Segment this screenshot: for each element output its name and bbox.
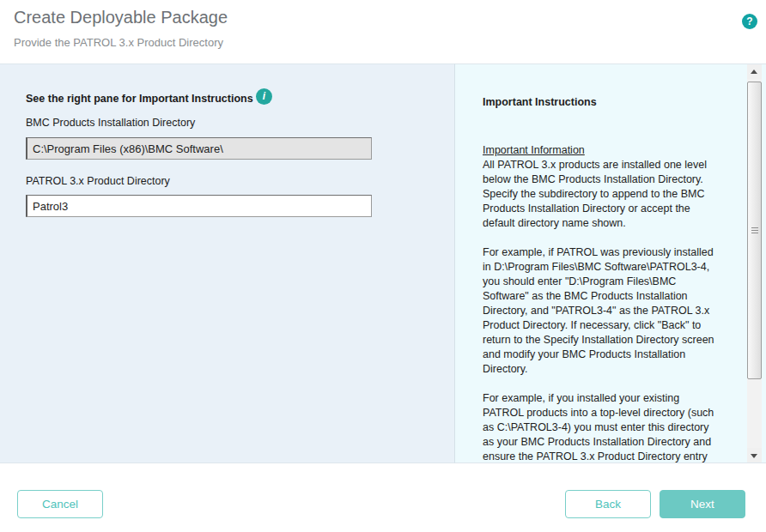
scroll-up-button[interactable] [747,64,762,79]
instructions-pane: Important Instructions Important Informa… [454,63,766,463]
wizard-footer: Cancel Back Next [0,463,766,532]
next-button[interactable]: Next [660,490,745,518]
info-icon[interactable]: i [256,88,272,105]
patrol-directory-label: PATROL 3.x Product Directory [26,175,170,187]
instructions-heading: Important Instructions [483,95,759,110]
scroll-down-button[interactable] [747,448,762,462]
instruction-note: See the right pane for Important Instruc… [26,93,253,105]
bmc-directory-label: BMC Products Installation Directory [26,117,195,129]
wizard-window: Create Deployable Package Provide the PA… [0,0,766,532]
cancel-button[interactable]: Cancel [17,490,103,518]
arrow-up-icon [751,70,757,74]
help-icon[interactable]: ? [742,14,757,29]
instructions-content: Important Instructions Important Informa… [483,95,759,463]
scrollbar-grip-icon [751,227,758,233]
page-subtitle: Provide the PATROL 3.x Product Directory [14,36,223,49]
vertical-scrollbar[interactable] [747,64,762,462]
page-title: Create Deployable Package [14,8,228,27]
instructions-paragraph: For example, if you installed your exist… [483,391,759,463]
patrol-directory-field[interactable] [26,195,372,217]
back-button[interactable]: Back [565,490,651,518]
bmc-directory-field[interactable] [26,137,372,160]
wizard-header: Create Deployable Package Provide the PA… [0,0,766,63]
instructions-paragraph: All PATROL 3.x products are installed on… [483,158,759,231]
scrollbar-thumb[interactable] [747,82,762,379]
important-information-heading: Important Information [483,143,759,158]
arrow-down-icon [751,454,757,458]
instructions-paragraph: For example, if PATROL was previously in… [483,245,759,377]
form-pane: See the right pane for Important Instruc… [0,63,454,463]
